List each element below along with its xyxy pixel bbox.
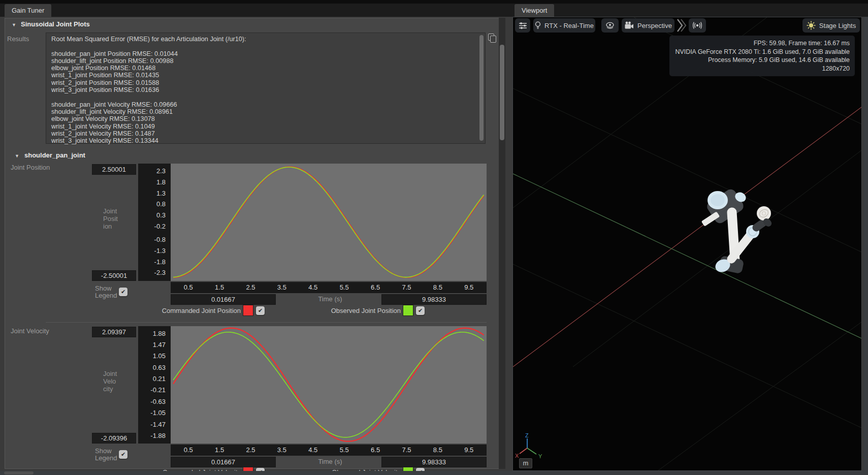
show-legend-checkbox[interactable] xyxy=(119,450,127,459)
series-line xyxy=(173,167,484,277)
camera-button[interactable]: Perspective xyxy=(622,18,674,33)
legend-item-label: Commanded Joint Position xyxy=(137,307,241,314)
y-tick-label: 1.05 xyxy=(153,352,166,360)
joint-velocity-label: Joint Velocity xyxy=(11,327,49,335)
position-yaxis: 2.31.81.30.80.3-0.2-0.8-1.3-1.8-2.3 xyxy=(138,164,171,281)
broadcast-button[interactable] xyxy=(689,18,706,33)
y-tick-label: -0.63 xyxy=(150,398,166,406)
position-axis-title: Joint Posit ion xyxy=(103,207,136,230)
viewport-scene xyxy=(513,17,861,470)
gizmo-z-label: Z xyxy=(525,433,529,438)
units-button[interactable]: m xyxy=(519,458,532,468)
y-tick-label: 1.88 xyxy=(153,330,166,338)
stats-memory: Process Memory: 5.9 GiB used, 14.6 GiB a… xyxy=(674,56,850,65)
x-tick-label: 7.5 xyxy=(397,283,417,291)
toolbar-expand-chevron[interactable] xyxy=(677,18,687,33)
visibility-button[interactable] xyxy=(601,18,619,33)
y-tick-label: 1.8 xyxy=(156,178,166,186)
gizmo-y-label: Y xyxy=(538,453,542,459)
y-tick-label: 0.21 xyxy=(153,375,166,383)
x-tick-label: 9.5 xyxy=(459,446,479,454)
time-axis-label: Time (s) xyxy=(284,458,376,465)
x-tick-label: 1.5 xyxy=(209,283,230,291)
velocity-yaxis: 1.881.471.050.630.21-0.21-0.63-1.05-1.47… xyxy=(138,326,171,444)
y-tick-label: 1.3 xyxy=(156,189,166,198)
panel-scrollbar-handle[interactable] xyxy=(500,45,504,140)
position-ymin-field[interactable]: -2.50001 xyxy=(92,270,136,281)
legend-item-label: Observed Joint Position xyxy=(303,307,401,314)
velocity-ymin-field[interactable]: -2.09396 xyxy=(92,433,136,444)
position-time-min-field[interactable]: 0.01667 xyxy=(171,294,276,305)
collapse-caret-icon[interactable]: ▼ xyxy=(15,153,19,159)
x-tick-label: 5.5 xyxy=(334,446,355,454)
y-tick-label: 1.47 xyxy=(153,341,166,349)
position-ymax-field[interactable]: 2.50001 xyxy=(92,164,136,175)
sun-icon xyxy=(807,21,816,30)
render-mode-label: RTX - Real-Time xyxy=(544,22,594,29)
stage-lights-button[interactable]: Stage Lights xyxy=(802,18,860,33)
stage-lights-label: Stage Lights xyxy=(819,22,856,29)
x-tick-label: 1.5 xyxy=(209,446,230,454)
series-line xyxy=(173,328,484,441)
x-tick-label: 9.5 xyxy=(459,283,479,291)
collapse-caret-icon[interactable]: ▼ xyxy=(12,22,16,27)
y-tick-label: 0.3 xyxy=(156,211,166,219)
commanded-color-swatch[interactable] xyxy=(243,305,253,316)
horizontal-scrollbar-handle[interactable] xyxy=(4,471,34,474)
observed-color-swatch[interactable] xyxy=(403,305,413,316)
x-tick-label: 8.5 xyxy=(428,283,448,291)
y-tick-label: -1.05 xyxy=(150,409,166,417)
y-tick-label: -1.8 xyxy=(154,258,166,266)
velocity-time-min-field[interactable]: 0.01667 xyxy=(171,457,276,467)
stats-fps: FPS: 59.98, Frame time: 16.67 ms xyxy=(674,39,850,48)
viewport-stats-overlay: FPS: 59.98, Frame time: 16.67 ms NVIDIA … xyxy=(669,36,855,76)
velocity-plot-area xyxy=(171,326,487,444)
grid-y-axis-line xyxy=(513,174,861,338)
ur10-robot[interactable] xyxy=(701,187,774,274)
section-separator xyxy=(46,322,487,323)
velocity-xaxis: 0.51.52.53.54.55.56.57.58.59.5 xyxy=(171,445,487,456)
viewport-settings-button[interactable] xyxy=(515,18,530,33)
section-header-sinusoidal-plots[interactable]: Sinusoidal Joint Plots xyxy=(21,20,90,28)
time-axis-label: Time (s) xyxy=(284,295,376,303)
results-label: Results xyxy=(7,35,29,43)
camera-label: Perspective xyxy=(637,22,672,29)
x-tick-label: 2.5 xyxy=(241,283,261,291)
x-tick-label: 3.5 xyxy=(272,283,292,291)
copy-button[interactable] xyxy=(487,33,496,42)
chevron-right-icon xyxy=(677,18,687,33)
camera-icon xyxy=(624,21,634,29)
y-tick-label: -0.8 xyxy=(154,236,166,244)
results-textarea[interactable]: Root Mean Squared Error (RMSE) for each … xyxy=(46,33,486,144)
section-header-shoulder-pan-joint[interactable]: shoulder_pan_joint xyxy=(24,151,85,159)
show-legend-label: Show Legend xyxy=(95,448,117,462)
x-tick-label: 3.5 xyxy=(272,446,292,454)
position-time-max-field[interactable]: 9.98333 xyxy=(381,294,487,305)
joint-position-label: Joint Position xyxy=(11,164,50,171)
x-tick-label: 2.5 xyxy=(241,446,261,454)
series-line xyxy=(173,332,484,437)
velocity-axis-title: Joint Velo city xyxy=(103,370,136,393)
viewport-right-strip xyxy=(863,17,868,471)
right-tab-strip xyxy=(509,4,868,17)
commanded-visible-checkbox[interactable] xyxy=(256,306,265,315)
tab-viewport[interactable]: Viewport xyxy=(515,4,554,17)
tab-gain-tuner[interactable]: Gain Tuner xyxy=(5,4,51,17)
show-legend-checkbox[interactable] xyxy=(119,288,127,296)
eye-icon xyxy=(605,22,615,29)
velocity-time-max-field[interactable]: 9.98333 xyxy=(381,457,487,467)
results-scrollbar[interactable] xyxy=(479,35,484,141)
x-tick-label: 7.5 xyxy=(397,446,417,454)
viewport-3d-canvas[interactable] xyxy=(512,17,862,471)
position-xaxis: 0.51.52.53.54.55.56.57.58.59.5 xyxy=(171,282,487,293)
broadcast-icon xyxy=(692,21,702,29)
show-legend-label: Show Legend xyxy=(95,285,117,299)
velocity-ymax-field[interactable]: 2.09397 xyxy=(92,327,136,337)
position-plot-area xyxy=(171,164,487,281)
x-tick-label: 0.5 xyxy=(178,446,199,454)
y-tick-label: -0.2 xyxy=(154,223,166,231)
render-mode-button[interactable]: RTX - Real-Time xyxy=(533,18,595,33)
observed-visible-checkbox[interactable] xyxy=(416,306,425,315)
axis-gizmo[interactable]: Z X Y xyxy=(514,433,546,461)
y-tick-label: -0.21 xyxy=(150,386,166,394)
